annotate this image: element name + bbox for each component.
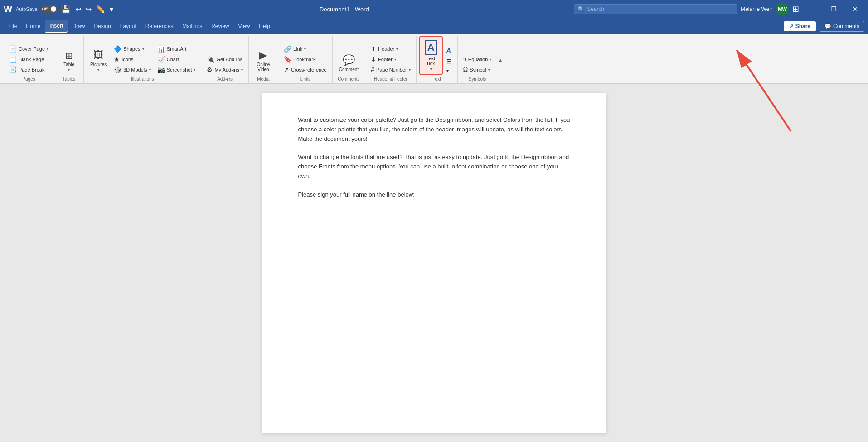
- addins-stack: 🔌 Get Add-ins ⚙ My Add-ins ▾: [204, 54, 245, 75]
- menu-draw[interactable]: Draw: [68, 20, 89, 32]
- table-label: Table: [63, 62, 74, 67]
- links-items: 🔗 Link ▾ 🔖 Bookmark ↗ Cross-reference: [281, 36, 330, 75]
- pages-stack: 📄 Cover Page ▾ 📃 Blank Page 📑 Page Break: [6, 44, 51, 75]
- share-label: Share: [795, 23, 810, 29]
- page-number-label: Page Number: [376, 67, 407, 72]
- customize-qa-button[interactable]: ▾: [108, 4, 115, 14]
- wordart-button[interactable]: A: [444, 45, 455, 55]
- search-input[interactable]: [587, 6, 733, 12]
- cross-reference-button[interactable]: ↗ Cross-reference: [281, 65, 330, 75]
- autosave-toggle[interactable]: Off: [40, 5, 58, 13]
- text-box-dropdown: ▾: [430, 67, 432, 71]
- bookmark-button[interactable]: 🔖 Bookmark: [281, 54, 330, 64]
- menu-home[interactable]: Home: [21, 20, 45, 32]
- bookmark-label: Bookmark: [293, 57, 316, 62]
- menu-design[interactable]: Design: [89, 20, 115, 32]
- table-button[interactable]: ⊞ Table ▾: [57, 48, 81, 75]
- cover-page-label: Cover Page: [19, 46, 45, 52]
- comments-button[interactable]: 💬 Comments: [820, 21, 864, 32]
- undo-button[interactable]: ↩: [74, 4, 82, 14]
- footer-button[interactable]: ⬇ Footer ▾: [368, 54, 413, 64]
- header-button[interactable]: ⬆ Header ▾: [368, 44, 413, 54]
- shapes-icon: 🔷: [114, 45, 121, 53]
- menu-references[interactable]: References: [141, 20, 178, 32]
- text-box-button[interactable]: A TextBox ▾: [419, 36, 443, 75]
- online-video-icon: ▶: [259, 49, 267, 61]
- more-text-button[interactable]: ▾: [444, 67, 455, 75]
- comments-label: Comments: [833, 23, 859, 29]
- symbols-group-label: Symbols: [469, 75, 486, 82]
- cover-page-dropdown: ▾: [47, 47, 48, 51]
- smartart-button[interactable]: 📊 SmartArt: [155, 44, 199, 54]
- menu-layout[interactable]: Layout: [116, 20, 141, 32]
- link-icon: 🔗: [284, 45, 291, 53]
- icons-button[interactable]: ★ Icons: [111, 54, 154, 64]
- page-number-dropdown: ▾: [409, 68, 411, 72]
- cover-page-button[interactable]: 📄 Cover Page ▾: [6, 44, 51, 54]
- blank-page-label: Blank Page: [19, 57, 44, 62]
- restore-button[interactable]: ❐: [824, 0, 843, 18]
- shapes-button[interactable]: 🔷 Shapes ▾: [111, 44, 154, 54]
- get-addins-button[interactable]: 🔌 Get Add-ins: [204, 54, 245, 64]
- comments-group-label: Comments: [338, 75, 359, 82]
- link-button[interactable]: 🔗 Link ▾: [281, 44, 330, 54]
- bookmark-icon: 🔖: [284, 56, 291, 63]
- redo-button[interactable]: ↪: [84, 4, 93, 14]
- ribbon: 📄 Cover Page ▾ 📃 Blank Page 📑 Page Break…: [0, 34, 868, 84]
- dropcap-button[interactable]: ⊟: [444, 56, 455, 66]
- collapse-ribbon-button[interactable]: ▲: [497, 36, 504, 83]
- layout-icon[interactable]: ⊞: [792, 4, 799, 14]
- title-bar-left: W AutoSave Off 💾 ↩ ↪ ✏️ ▾: [4, 4, 115, 14]
- save-button[interactable]: 💾: [60, 4, 72, 14]
- doc-title: Document1 - Word: [320, 6, 369, 13]
- menu-file[interactable]: File: [4, 20, 21, 32]
- chart-button[interactable]: 📈 Chart: [155, 54, 199, 64]
- share-button[interactable]: ↗ Share: [784, 21, 816, 31]
- ribbon-group-comments: 💬 Comment Comments: [333, 36, 365, 83]
- equation-button[interactable]: π Equation ▾: [461, 54, 495, 64]
- search-box[interactable]: 🔍: [574, 4, 737, 14]
- illustrations-group-label: Illustrations: [131, 75, 154, 82]
- symbol-button[interactable]: Ω Symbol ▾: [461, 65, 495, 75]
- user-initials: MW: [778, 6, 787, 12]
- online-video-button[interactable]: ▶ OnlineVideo: [252, 47, 275, 75]
- text-extra-stack: A ⊟ ▾: [444, 45, 455, 75]
- quick-access-toolbar: 💾 ↩ ↪ ✏️ ▾: [60, 4, 115, 14]
- blank-page-button[interactable]: 📃 Blank Page: [6, 54, 51, 64]
- draw-button[interactable]: ✏️: [95, 4, 107, 14]
- header-icon: ⬆: [371, 45, 376, 53]
- close-button[interactable]: ✕: [846, 0, 864, 18]
- pictures-icon: 🖼: [93, 49, 103, 61]
- comments-icon: 💬: [824, 23, 831, 29]
- online-video-label: OnlineVideo: [257, 62, 270, 72]
- page-break-button[interactable]: 📑 Page Break: [6, 65, 51, 75]
- symbols-items: π Equation ▾ Ω Symbol ▾: [461, 36, 495, 75]
- my-addins-icon: ⚙: [207, 66, 213, 73]
- shapes-dropdown: ▾: [142, 47, 144, 51]
- pictures-button[interactable]: 🖼 Pictures ▾: [87, 47, 110, 75]
- title-bar-center: Document1 - Word: [118, 6, 571, 13]
- menu-review[interactable]: Review: [207, 20, 233, 32]
- page-number-button[interactable]: # Page Number ▾: [368, 65, 413, 75]
- more-text-icon: ▾: [446, 68, 449, 73]
- menu-mailings[interactable]: Mailings: [178, 20, 207, 32]
- symbol-dropdown: ▾: [488, 68, 490, 72]
- my-addins-button[interactable]: ⚙ My Add-ins ▾: [204, 65, 245, 75]
- menu-help[interactable]: Help: [254, 20, 275, 32]
- icons-label: Icons: [121, 57, 133, 62]
- document-page[interactable]: Want to customize your color palette? Ju…: [262, 93, 606, 433]
- chart-icon: 📈: [157, 56, 165, 63]
- screenshot-button[interactable]: 📷 Screenshot ▾: [155, 65, 199, 75]
- comments-items: 💬 Comment: [335, 36, 362, 75]
- icons-icon: ★: [114, 56, 120, 63]
- menu-view[interactable]: View: [234, 20, 255, 32]
- minimize-button[interactable]: —: [803, 0, 821, 18]
- menu-insert[interactable]: Insert: [45, 20, 68, 33]
- tables-items: ⊞ Table ▾: [57, 36, 81, 75]
- 3d-models-button[interactable]: 🎲 3D Models ▾: [111, 65, 154, 75]
- doc-paragraph-3: Please sign your full name on the line b…: [298, 190, 570, 200]
- comment-button[interactable]: 💬 Comment: [335, 52, 362, 75]
- blank-page-icon: 📃: [9, 56, 17, 63]
- ribbon-group-addins: 🔌 Get Add-ins ⚙ My Add-ins ▾ Add-ins: [201, 36, 248, 83]
- autosave-knob: [51, 6, 56, 12]
